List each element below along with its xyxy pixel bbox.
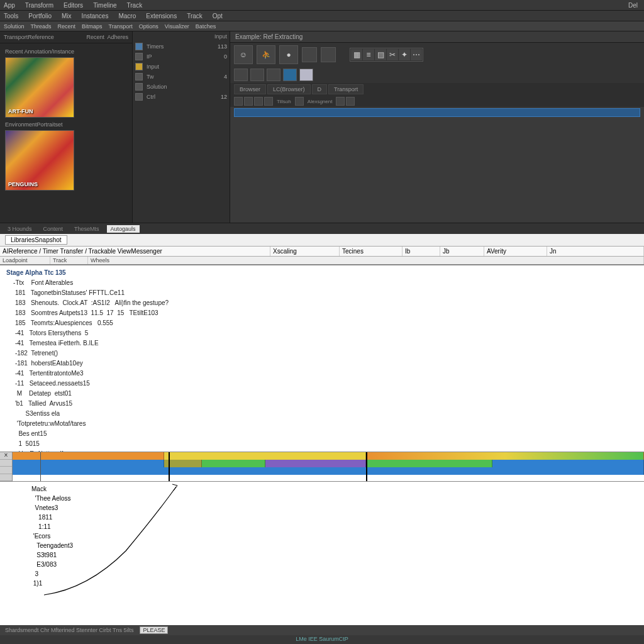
figure-icon[interactable]: ⛹ [257, 45, 275, 64]
sq-light-icon[interactable] [299, 69, 313, 81]
track-row-2[interactable] [13, 460, 644, 467]
sidebar-recent[interactable]: Recent [86, 34, 104, 40]
menu3-threads[interactable]: Threads [31, 23, 52, 30]
subtab-lcbrowser[interactable]: LC(Browser) [267, 84, 311, 94]
marker-start[interactable] [40, 452, 41, 481]
menu3-bitmaps[interactable]: Bitmaps [82, 23, 103, 30]
subtab-transport[interactable]: Transport [328, 84, 364, 94]
menu2-portfolio[interactable]: Portfolio [28, 13, 52, 19]
tree-line: -41 Temestea iFetterh. B.ILE [6, 338, 644, 348]
lower-main-tab[interactable]: LibrariesSnapshot [5, 235, 67, 245]
curve-tree[interactable]: Mack 'Thee Aeloss Vnetes3 1811 1:11 'Eco… [0, 482, 644, 625]
layers-icon[interactable]: ▤ [375, 49, 386, 60]
tree-line: -41 Totors Etersythens 5 [6, 328, 644, 338]
selected-track[interactable] [234, 108, 640, 117]
tree-line: 183 Shenouts. Clock.AT :AS1I2 Ali)fin th… [6, 298, 644, 308]
col-ib[interactable]: Ib [402, 247, 440, 256]
mid-row-tw[interactable]: Tw4 [133, 72, 230, 82]
mt-label: Tillsoh [277, 99, 291, 104]
code-tree[interactable]: Stage Alpha Ttc 135 -Ttx Font Alterables… [0, 265, 644, 452]
track-row-4[interactable] [13, 475, 644, 481]
menu-bar-3: Solution Threads Recent Bitmaps Transpor… [0, 21, 644, 31]
tool-b-icon[interactable] [321, 47, 336, 62]
thumbnail-1[interactable]: ART-FUN [5, 57, 74, 118]
timeline-tracks[interactable]: X [0, 452, 644, 482]
playhead-1[interactable] [169, 452, 170, 481]
curve-tree-line: 1:11 [31, 522, 644, 531]
menu-timeline[interactable]: Timeline [93, 2, 116, 9]
mt1-icon[interactable] [234, 97, 243, 106]
thumb1-label: Recent Annotation/Instance [5, 48, 127, 55]
track-area[interactable] [230, 107, 644, 223]
person-icon[interactable]: ☺ [234, 45, 253, 64]
mid-row-ctrl[interactable]: Ctrl12 [133, 92, 230, 102]
menu2-mix[interactable]: Mix [62, 13, 72, 19]
sidebar-adheres[interactable]: Adheres [107, 34, 128, 40]
menu2-track[interactable]: Track [187, 13, 203, 19]
menu-transform[interactable]: Transform [25, 2, 53, 9]
mid-row-ip[interactable]: IP0 [133, 52, 230, 62]
status-button[interactable]: PLEASE [140, 626, 168, 634]
subtab-browser[interactable]: Browser [234, 84, 266, 94]
wand-icon[interactable]: ✦ [399, 49, 410, 60]
menu3-visualizer[interactable]: Visualizer [165, 23, 189, 30]
menu-track[interactable]: Track [127, 2, 143, 9]
mt4-icon[interactable] [264, 97, 273, 106]
mid-row-input[interactable]: Input [133, 62, 230, 72]
db-content[interactable]: Content [40, 225, 67, 233]
menu2-opt[interactable]: Opt [213, 13, 223, 19]
sq1-icon[interactable] [234, 69, 248, 81]
thumbnail-2[interactable]: PENGUINS [5, 130, 74, 191]
grid-icon[interactable]: ▦ [351, 49, 362, 60]
menu-editors[interactable]: Editors [64, 2, 83, 9]
mt3-icon[interactable] [254, 97, 263, 106]
mt7-icon[interactable] [346, 97, 355, 106]
mt2-icon[interactable] [244, 97, 253, 106]
mid-row-timers[interactable]: Timers113 [133, 42, 230, 52]
mt6-icon[interactable] [336, 97, 345, 106]
track-row-1[interactable] [13, 452, 644, 460]
box-icon [135, 43, 143, 50]
menu-del[interactable]: Del [628, 2, 638, 9]
col-tecines[interactable]: Tecines [340, 247, 402, 256]
menu3-transport[interactable]: Transport [109, 23, 133, 30]
properties-panel: Input Timers113 IP0 Input Tw4 Solution C… [132, 31, 230, 223]
col-averity[interactable]: AVerity [484, 247, 547, 256]
menu2-extensions[interactable]: Extensions [146, 13, 177, 19]
menu2-tools[interactable]: Tools [4, 13, 18, 19]
track-row-3[interactable] [13, 467, 644, 475]
playhead-2[interactable] [366, 452, 367, 481]
menu-app[interactable]: App [4, 2, 15, 9]
menu3-batches[interactable]: Batches [196, 23, 216, 30]
subcol-wheels: Wheels [88, 257, 644, 264]
db-autogauls[interactable]: Autogauls [107, 225, 140, 233]
db-hounds[interactable]: 3 Hounds [4, 225, 36, 233]
menu3-recent[interactable]: Recent [58, 23, 76, 30]
col-jn[interactable]: Jn [547, 247, 644, 256]
more-icon[interactable]: ⋯ [411, 49, 422, 60]
tool-a-icon[interactable] [302, 47, 317, 62]
tree-line: S3entiss ela [6, 409, 644, 419]
db-thesemts[interactable]: TheseMts [70, 225, 103, 233]
mid-row-solution[interactable]: Solution [133, 82, 230, 92]
menu2-instances[interactable]: Instances [82, 13, 109, 19]
sq2-icon[interactable] [250, 69, 264, 81]
menu3-solution[interactable]: Solution [4, 23, 25, 30]
box-icon [135, 83, 143, 91]
curve-tree-line: 1)1 [31, 579, 644, 588]
menu3-options[interactable]: Options [139, 23, 158, 30]
editor-tab[interactable]: Example: Ref Extracting [230, 31, 644, 43]
circle-icon[interactable]: ● [279, 45, 298, 64]
col-reference[interactable]: AIReference / Timer Transfer / Trackable… [0, 247, 270, 256]
cut-icon[interactable]: ✂ [387, 49, 398, 60]
sq-accent-icon[interactable] [283, 69, 297, 81]
subtab-d[interactable]: D [312, 84, 328, 94]
col-jb[interactable]: Jb [440, 247, 484, 256]
col-xscaling[interactable]: Xscaling [270, 247, 340, 256]
thumb2-label: EnvironmentPortraitset [5, 121, 127, 128]
tree-line: -182 Tetrenet() [6, 348, 644, 358]
list-icon[interactable]: ≡ [363, 49, 374, 60]
sq3-icon[interactable] [267, 69, 280, 81]
menu2-macro[interactable]: Macro [118, 13, 136, 19]
mt5-icon[interactable] [295, 97, 304, 106]
